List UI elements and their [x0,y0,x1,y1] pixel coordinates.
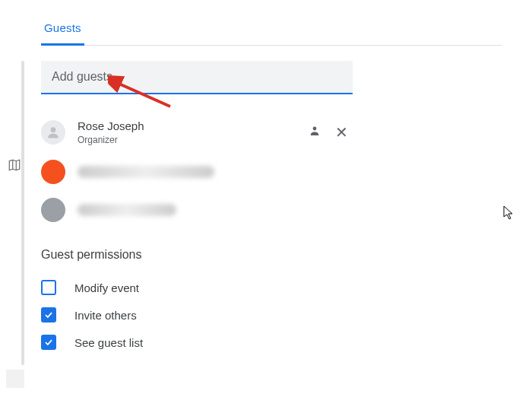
perm-label: Modify event [74,281,139,294]
cursor-icon [503,205,515,221]
person-icon[interactable] [308,124,321,141]
tab-row: Guests [41,21,502,46]
guest-actions: ✕ [308,124,348,141]
guest-row-redacted [41,155,353,189]
guest-row-redacted [41,193,353,227]
perm-label: Invite others [74,309,137,322]
map-icon [8,158,21,172]
guest-permissions: Guest permissions Modify event Invite ot… [41,248,502,356]
avatar [41,120,65,145]
guest-info: Rose Joseph Organizer [78,119,308,146]
checkbox-invite-others[interactable] [41,307,56,323]
add-guests-wrap [41,61,353,94]
avatar [41,160,65,184]
avatar [41,198,65,222]
guests-panel: Guests Rose Joseph Organizer ✕ [41,21,502,356]
tab-guests[interactable]: Guests [41,21,84,46]
remove-guest-icon[interactable]: ✕ [335,125,348,140]
guest-role: Organizer [78,134,308,146]
perm-modify-event: Modify event [41,274,502,301]
guest-list: Rose Joseph Organizer ✕ [41,116,353,227]
perm-invite-others: Invite others [41,301,502,329]
checkbox-see-guest-list[interactable] [41,335,56,350]
left-rail [21,61,24,365]
redacted-text [78,166,214,178]
perm-label: See guest list [74,336,143,349]
organizer-row: Rose Joseph Organizer ✕ [41,116,353,149]
rail-bottom-block [6,370,24,388]
permissions-title: Guest permissions [41,248,502,262]
perm-see-guest-list: See guest list [41,329,502,356]
redacted-text [78,204,176,216]
guest-name: Rose Joseph [78,119,308,134]
checkbox-modify-event[interactable] [41,280,56,295]
svg-point-1 [313,127,317,131]
add-guests-input[interactable] [41,61,353,94]
svg-point-0 [51,127,56,132]
